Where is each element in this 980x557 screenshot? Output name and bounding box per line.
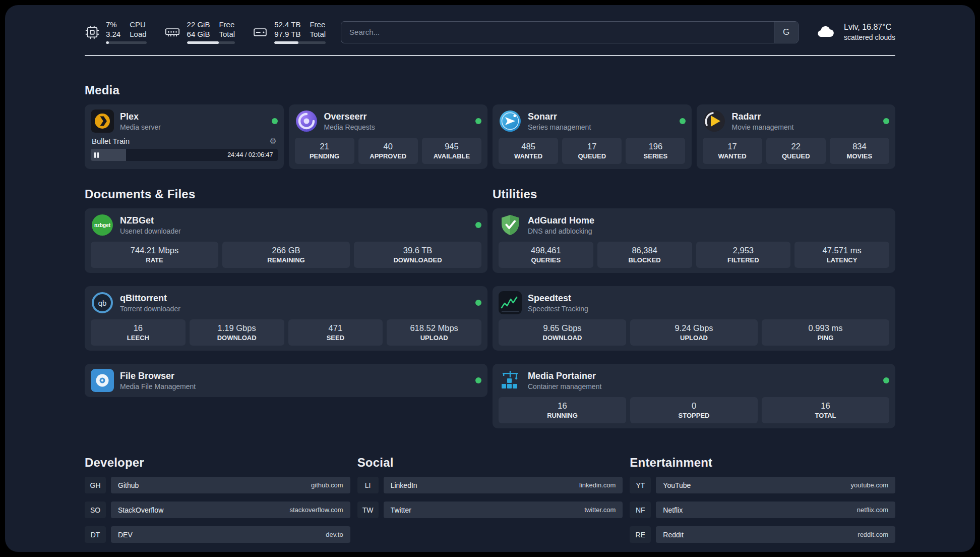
stat-tile: 40 APPROVED xyxy=(358,138,418,164)
stat-tile: 47.571 ms LATENCY xyxy=(794,242,889,268)
bookmark-link[interactable]: Github github.com xyxy=(111,477,350,493)
stats-grid: 21 PENDING 40 APPROVED 945 AVAILABLE xyxy=(295,138,482,164)
section-title: Entertainment xyxy=(630,456,895,470)
sys-label: Load xyxy=(130,30,146,38)
app-card-header: Radarr Movie management xyxy=(703,109,890,133)
app-name: Speedtest xyxy=(528,293,588,304)
weather-text: Lviv, 16.87°C scattered clouds xyxy=(844,23,895,41)
app-subtitle: Media server xyxy=(120,123,161,131)
stat-label: DOWNLOADED xyxy=(356,256,479,264)
stat-label: SERIES xyxy=(628,152,683,160)
now-playing-title: Bullet Train xyxy=(92,137,130,145)
bookmark-link[interactable]: LinkedIn linkedin.com xyxy=(384,477,623,493)
bookmark-name: StackOverflow xyxy=(118,506,163,514)
stat-value: 16 xyxy=(764,401,887,411)
section-documents-files: Documents & Files nzbget NZBGet Usenet d… xyxy=(85,187,487,428)
section-title: Social xyxy=(357,456,623,470)
system-stat-values: 7%CPU3.24Load xyxy=(106,20,147,38)
app-card-filebrowser[interactable]: File Browser Media File Management xyxy=(85,364,487,397)
bookmark-icon: RE xyxy=(630,526,651,543)
sys-label: CPU xyxy=(130,20,146,29)
bookmark-link[interactable]: Netflix netflix.com xyxy=(656,502,895,518)
system-stat: 52.4 TBFree97.9 TBTotal xyxy=(252,20,326,44)
link-section: Entertainment YT YouTube youtube.com NF … xyxy=(630,456,895,543)
bookmark-name: Netflix xyxy=(663,506,683,514)
bookmark-name: YouTube xyxy=(663,481,691,489)
seek-bar[interactable]: 24:44 / 02:06:47 xyxy=(91,149,278,161)
app-card-overseerr[interactable]: Overseerr Media Requests 21 PENDING 40 A… xyxy=(289,104,488,169)
app-titles: Radarr Movie management xyxy=(732,112,794,131)
bookmark-icon: YT xyxy=(630,477,651,493)
stat-value: 266 GB xyxy=(224,245,348,255)
system-stats: 7%CPU3.24Load 22 GiBFree64 GiBTotal 52.4… xyxy=(85,20,326,44)
stat-label: WANTED xyxy=(705,152,760,160)
ram-icon xyxy=(164,25,181,40)
app-subtitle: Container management xyxy=(528,382,601,391)
stat-tile: 17 WANTED xyxy=(703,138,762,164)
link-sections: Developer GH Github github.com SO StackO… xyxy=(85,456,895,543)
now-playing-row: Bullet Train ⚙ xyxy=(91,137,278,145)
status-dot xyxy=(475,377,481,383)
stat-label: PING xyxy=(764,334,887,342)
bookmark-name: Reddit xyxy=(663,531,683,539)
app-card-portainer[interactable]: Media Portainer Container management 16 … xyxy=(493,364,895,428)
stat-tile: 498,461 QUERIES xyxy=(499,242,593,268)
app-card-header: qb qBittorrent Torrent downloader xyxy=(91,291,481,314)
sys-value: 3.24 xyxy=(106,30,120,38)
usage-bar xyxy=(274,41,326,44)
section-utilities: Utilities AdGuard Home DNS and adblockin… xyxy=(493,187,895,428)
adguard-icon xyxy=(499,213,522,237)
stat-label: RATE xyxy=(93,256,216,264)
app-card-header: Plex Media server xyxy=(91,109,278,133)
stat-label: STOPPED xyxy=(632,412,756,419)
overseerr-icon xyxy=(295,109,318,133)
bookmark-link[interactable]: YouTube youtube.com xyxy=(656,477,895,493)
app-titles: Speedtest Speedtest Tracking xyxy=(528,293,588,313)
stat-label: WANTED xyxy=(501,152,556,160)
app-card-header: Speedtest Speedtest Tracking xyxy=(499,291,889,314)
app-card-nzbget[interactable]: nzbget NZBGet Usenet downloader 744.21 M… xyxy=(85,208,487,273)
app-name: Sonarr xyxy=(528,112,591,122)
bookmark-link[interactable]: DEV dev.to xyxy=(111,526,350,543)
app-card-header: nzbget NZBGet Usenet downloader xyxy=(91,213,481,237)
app-card-qbittorrent[interactable]: qb qBittorrent Torrent downloader 16 LEE… xyxy=(85,286,487,351)
bookmark-link[interactable]: Reddit reddit.com xyxy=(656,526,895,543)
stat-value: 744.21 Mbps xyxy=(93,245,216,255)
app-name: Overseerr xyxy=(324,112,375,122)
topbar: 7%CPU3.24Load 22 GiBFree64 GiBTotal 52.4… xyxy=(85,20,895,44)
bookmark-domain: linkedin.com xyxy=(579,481,616,489)
app-card-body: 744.21 Mbps RATE 266 GB REMAINING 39.6 T… xyxy=(91,242,481,268)
cloud-icon xyxy=(814,23,837,41)
bookmark-link[interactable]: Twitter twitter.com xyxy=(384,502,623,518)
sonarr-icon xyxy=(499,109,522,133)
bookmark: GH Github github.com xyxy=(85,477,350,493)
stat-label: UPLOAD xyxy=(389,334,479,342)
stat-label: QUEUED xyxy=(564,152,620,160)
pause-icon[interactable] xyxy=(94,152,99,158)
stat-tile: 39.6 TB DOWNLOADED xyxy=(354,242,481,268)
search-input[interactable] xyxy=(341,22,774,43)
stat-label: AVAILABLE xyxy=(424,152,479,160)
app-card-speedtest[interactable]: Speedtest Speedtest Tracking 9.65 Gbps D… xyxy=(493,286,895,351)
stat-tile: 0 STOPPED xyxy=(630,397,758,423)
app-titles: NZBGet Usenet downloader xyxy=(120,215,181,235)
system-stat-values: 52.4 TBFree97.9 TBTotal xyxy=(274,20,326,38)
stat-tile: 86,384 BLOCKED xyxy=(597,242,692,268)
app-card-plex[interactable]: Plex Media server Bullet Train ⚙ 24:44 /… xyxy=(85,104,284,169)
link-section: Developer GH Github github.com SO StackO… xyxy=(85,456,350,543)
app-name: Media Portainer xyxy=(528,371,601,381)
bookmark-link[interactable]: StackOverflow stackoverflow.com xyxy=(111,502,350,518)
app-card-radarr[interactable]: Radarr Movie management 17 WANTED 22 QUE… xyxy=(697,104,896,169)
link-list: GH Github github.com SO StackOverflow st… xyxy=(85,477,350,543)
stat-value: 485 xyxy=(501,141,556,151)
app-name: NZBGet xyxy=(120,215,181,226)
search-engine-button[interactable]: G xyxy=(774,22,798,43)
stat-tile: 471 SEED xyxy=(288,319,383,346)
app-card-body: 485 WANTED 17 QUEUED 196 SERIES xyxy=(499,138,686,164)
app-card-sonarr[interactable]: Sonarr Series management 485 WANTED 17 Q… xyxy=(493,104,692,169)
gear-icon[interactable]: ⚙ xyxy=(269,137,276,145)
app-card-adguard[interactable]: AdGuard Home DNS and adblocking 498,461 … xyxy=(493,208,895,273)
status-dot xyxy=(475,222,481,228)
bookmark: YT YouTube youtube.com xyxy=(630,477,895,493)
app-name: File Browser xyxy=(120,371,196,381)
